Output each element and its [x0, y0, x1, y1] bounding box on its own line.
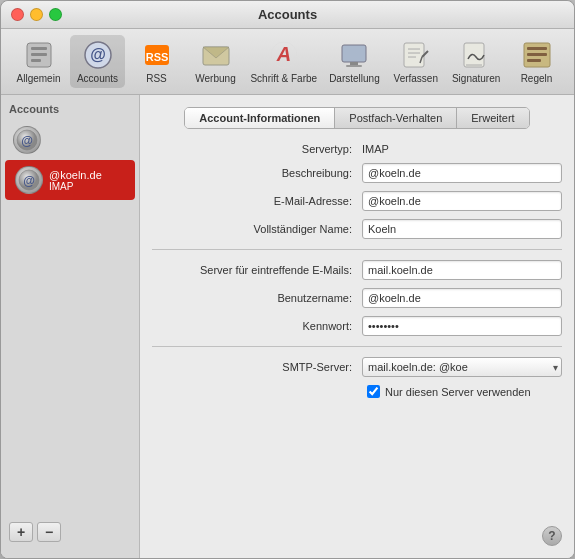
toolbar-darstellung[interactable]: Darstellung [325, 35, 385, 88]
darstellung-label: Darstellung [329, 73, 380, 84]
allgemein-label: Allgemein [17, 73, 61, 84]
signaturen-icon [460, 39, 492, 71]
traffic-lights [11, 8, 62, 21]
svg-text:@: @ [21, 134, 33, 148]
incoming-server-row: Server für eintreffende E-Mails: [152, 260, 562, 280]
svg-rect-1 [31, 47, 47, 50]
svg-rect-14 [346, 65, 362, 67]
svg-text:@: @ [23, 174, 35, 188]
regeln-label: Regeln [521, 73, 553, 84]
email-input[interactable] [362, 191, 562, 211]
signaturen-label: Signaturen [452, 73, 500, 84]
username-label: Benutzername: [152, 292, 362, 304]
titlebar: Accounts [1, 1, 574, 29]
password-label: Kennwort: [152, 320, 362, 332]
toolbar-accounts[interactable]: @ Accounts [70, 35, 125, 88]
svg-rect-2 [31, 53, 47, 56]
username-input[interactable] [362, 288, 562, 308]
description-row: Beschreibung: [152, 163, 562, 183]
smtp-row: SMTP-Server: mail.koeln.de: @koe [152, 357, 562, 377]
maximize-button[interactable] [49, 8, 62, 21]
regeln-icon [521, 39, 553, 71]
toolbar-schrift[interactable]: A Schrift & Farbe [247, 35, 321, 88]
toolbar-verfassen[interactable]: Verfassen [388, 35, 443, 88]
username-row: Benutzername: [152, 288, 562, 308]
allgemein-icon [23, 39, 55, 71]
rss-icon: RSS [141, 39, 173, 71]
tabs-container: Account-Informationen Postfach-Verhalten… [184, 107, 529, 129]
tab-account-info[interactable]: Account-Informationen [185, 108, 335, 128]
schrift-label: Schrift & Farbe [250, 73, 317, 84]
svg-rect-24 [527, 47, 547, 50]
svg-rect-12 [342, 45, 366, 62]
sidebar: Accounts @ [1, 95, 140, 558]
divider-2 [152, 346, 562, 347]
content-area: Accounts @ [1, 95, 574, 558]
fullname-row: Vollständiger Name: [152, 219, 562, 239]
main-panel: Account-Informationen Postfach-Verhalten… [140, 95, 574, 558]
rss-label: RSS [146, 73, 167, 84]
svg-rect-3 [31, 59, 41, 62]
servertype-label: Servertyp: [152, 143, 362, 155]
account-icon-generic: @ [13, 126, 41, 154]
toolbar-werbung[interactable]: Werbung [188, 35, 243, 88]
password-row: Kennwort: [152, 316, 562, 336]
bottom-bar: ? [152, 516, 562, 546]
account-item-koeln[interactable]: @ @koeln.de IMAP [5, 160, 135, 200]
account-name-koeln: @koeln.de [49, 169, 102, 181]
incoming-server-input[interactable] [362, 260, 562, 280]
svg-text:A: A [276, 43, 291, 65]
window-title: Accounts [258, 7, 317, 22]
form-area: Servertyp: IMAP Beschreibung: E-Mail-Adr… [152, 143, 562, 516]
password-input[interactable] [362, 316, 562, 336]
darstellung-icon [338, 39, 370, 71]
toolbar-rss[interactable]: RSS RSS [129, 35, 184, 88]
tab-erweitert[interactable]: Erweitert [457, 108, 528, 128]
account-icon-koeln: @ [15, 166, 43, 194]
remove-account-button[interactable]: − [37, 522, 61, 542]
tab-postfach[interactable]: Postfach-Verhalten [335, 108, 457, 128]
svg-rect-13 [350, 62, 358, 65]
toolbar-allgemein[interactable]: Allgemein [11, 35, 66, 88]
account-type-koeln: IMAP [49, 181, 102, 192]
toolbar-regeln[interactable]: Regeln [509, 35, 564, 88]
account-item-generic[interactable]: @ [5, 122, 135, 158]
fullname-input[interactable] [362, 219, 562, 239]
svg-text:@: @ [90, 46, 106, 63]
close-button[interactable] [11, 8, 24, 21]
smtp-select-wrapper: mail.koeln.de: @koe [362, 357, 562, 377]
toolbar: Allgemein @ Accounts RSS RSS [1, 29, 574, 95]
email-row: E-Mail-Adresse: [152, 191, 562, 211]
email-label: E-Mail-Adresse: [152, 195, 362, 207]
only-server-checkbox[interactable] [367, 385, 380, 398]
servertype-row: Servertyp: IMAP [152, 143, 562, 155]
help-button[interactable]: ? [542, 526, 562, 546]
accounts-icon: @ [82, 39, 114, 71]
smtp-select[interactable]: mail.koeln.de: @koe [362, 357, 562, 377]
werbung-label: Werbung [195, 73, 235, 84]
only-server-label: Nur diesen Server verwenden [385, 386, 531, 398]
sidebar-footer: + − [1, 514, 139, 550]
divider-1 [152, 249, 562, 250]
accounts-label: Accounts [77, 73, 118, 84]
svg-text:RSS: RSS [145, 51, 168, 63]
add-account-button[interactable]: + [9, 522, 33, 542]
minimize-button[interactable] [30, 8, 43, 21]
schrift-icon: A [268, 39, 300, 71]
account-info-koeln: @koeln.de IMAP [49, 169, 102, 192]
toolbar-signaturen[interactable]: Signaturen [447, 35, 505, 88]
svg-rect-25 [527, 53, 547, 56]
svg-rect-15 [404, 43, 424, 67]
sidebar-title: Accounts [1, 103, 139, 121]
description-label: Beschreibung: [152, 167, 362, 179]
only-server-row: Nur diesen Server verwenden [367, 385, 562, 398]
main-window: Accounts Allgemein @ Accounts [0, 0, 575, 559]
servertype-value: IMAP [362, 143, 389, 155]
description-input[interactable] [362, 163, 562, 183]
fullname-label: Vollständiger Name: [152, 223, 362, 235]
incoming-server-label: Server für eintreffende E-Mails: [152, 264, 362, 276]
smtp-label: SMTP-Server: [152, 361, 362, 373]
werbung-icon [200, 39, 232, 71]
verfassen-icon [400, 39, 432, 71]
verfassen-label: Verfassen [394, 73, 438, 84]
